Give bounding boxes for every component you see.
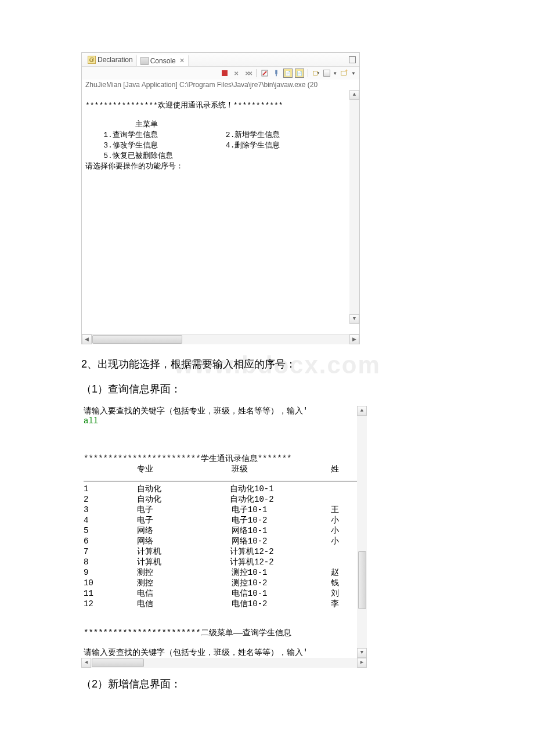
scroll-right-icon[interactable]: ▶ bbox=[357, 658, 367, 668]
menu-item-5: 5.恢复已被删除信息 bbox=[103, 152, 173, 160]
table-row: 5 网络 网络10-1 小 bbox=[84, 526, 339, 535]
welcome-line: ****************欢迎使用通讯录系统！*********** bbox=[85, 101, 283, 110]
console-icon bbox=[140, 57, 149, 65]
col-name: 姓 bbox=[331, 465, 339, 474]
horizontal-scrollbar[interactable]: ◀ ▶ bbox=[81, 658, 367, 668]
scroll-track[interactable] bbox=[91, 658, 357, 668]
word-wrap-icon[interactable]: 📄 bbox=[295, 69, 304, 78]
scroll-thumb[interactable] bbox=[92, 335, 182, 344]
dropdown-arrow-icon[interactable]: ▼ bbox=[333, 71, 337, 76]
declaration-icon: @ bbox=[88, 56, 96, 64]
remove-launch-button[interactable]: ✕ bbox=[232, 69, 241, 78]
menu-item-2: 2.新增学生信息 bbox=[226, 131, 280, 139]
clear-icon[interactable] bbox=[260, 69, 269, 78]
menu-item-4: 4.删除学生信息 bbox=[226, 141, 280, 150]
query-results-panel: 请输入要查找的关键字（包括专业，班级，姓名等等），输入' all *******… bbox=[81, 406, 367, 668]
tab-declaration[interactable]: @ Declaration bbox=[84, 55, 136, 65]
console-toolbar: ✕ ✕✕ 📄 📄 ▼ + ▼ bbox=[82, 67, 359, 80]
table-row: 1 自动化 自动化10-1 bbox=[84, 484, 274, 494]
table-row: 9 测控 测控10-1 赵 bbox=[84, 568, 339, 577]
menu-prompt: 请选择你要操作的功能序号： bbox=[85, 162, 183, 171]
scroll-lock-icon[interactable]: 📄 bbox=[283, 69, 293, 78]
dropdown-arrow-icon[interactable]: ▼ bbox=[351, 71, 356, 76]
pin-icon[interactable] bbox=[272, 69, 281, 78]
scroll-track[interactable] bbox=[92, 334, 349, 344]
separator bbox=[308, 69, 308, 77]
scroll-up-icon[interactable]: ▲ bbox=[357, 406, 367, 416]
info-header: ************************学生通讯录信息******* bbox=[84, 454, 291, 463]
table-row: 10 测控 测控10-2 钱 bbox=[84, 578, 339, 588]
tab-label: Console bbox=[150, 57, 176, 65]
col-class: 班级 bbox=[232, 465, 248, 474]
svg-text:+: + bbox=[345, 69, 348, 73]
scroll-left-icon[interactable]: ◀ bbox=[82, 334, 92, 344]
remove-all-button[interactable]: ✕✕ bbox=[243, 69, 252, 78]
doc-substep-2: （2）新增信息界面： bbox=[81, 676, 453, 693]
table-row: 2 自动化 自动化10-2 bbox=[84, 495, 274, 504]
menu-item-1: 1.查询学生信息 bbox=[103, 131, 158, 139]
col-major: 专业 bbox=[137, 465, 153, 474]
table-row: 11 电信 电信10-1 刘 bbox=[84, 589, 339, 598]
terminate-button[interactable] bbox=[220, 69, 229, 78]
console-output[interactable]: ****************欢迎使用通讯录系统！*********** 主菜… bbox=[82, 90, 359, 334]
scroll-up-icon[interactable]: ▲ bbox=[349, 90, 359, 100]
svg-rect-4 bbox=[313, 71, 317, 75]
tab-label: Declaration bbox=[98, 56, 133, 64]
horizontal-scrollbar[interactable]: ◀ ▶ bbox=[82, 334, 359, 344]
table-row: 6 网络 网络10-2 小 bbox=[84, 537, 339, 546]
query-prompt-2: 请输入要查找的关键字（包括专业，班级，姓名等等），输入' bbox=[84, 648, 308, 657]
doc-substep-1: （1）查询信息界面： bbox=[81, 381, 453, 398]
table-row: 3 电子 电子10-1 王 bbox=[84, 505, 339, 514]
query-prompt: 请输入要查找的关键字（包括专业，班级，姓名等等），输入' bbox=[84, 406, 308, 416]
scroll-down-icon[interactable]: ▼ bbox=[357, 648, 367, 658]
menu-title: 主菜单 bbox=[135, 120, 158, 129]
table-row: 12 电信 电信10-2 李 bbox=[84, 599, 339, 609]
svg-line-1 bbox=[263, 71, 266, 75]
sub-menu-header: ************************二级菜单——查询学生信息 bbox=[84, 628, 291, 638]
table-row: 4 电子 电子10-2 小 bbox=[84, 516, 339, 525]
display-selected-icon[interactable] bbox=[312, 69, 321, 78]
scroll-right-icon[interactable]: ▶ bbox=[349, 334, 359, 344]
scroll-down-icon[interactable]: ▼ bbox=[349, 314, 359, 324]
scroll-track[interactable] bbox=[349, 100, 359, 314]
table-row: 8 计算机 计算机12-2 bbox=[84, 557, 274, 567]
open-console-icon[interactable]: + bbox=[340, 69, 349, 78]
doc-step-2: 2、出现功能选择，根据需要输入相应的序号： bbox=[81, 356, 453, 373]
svg-rect-2 bbox=[275, 70, 277, 74]
query-input: all bbox=[84, 416, 98, 426]
console-select-icon[interactable] bbox=[323, 70, 330, 77]
scroll-thumb[interactable] bbox=[358, 551, 366, 609]
tab-bar: @ Declaration Console ✕ bbox=[82, 53, 359, 67]
vertical-scrollbar[interactable]: ▲ ▼ bbox=[349, 90, 359, 324]
eclipse-console-panel: @ Declaration Console ✕ ✕ ✕✕ 📄 📄 ▼ + bbox=[81, 52, 360, 344]
close-icon[interactable]: ✕ bbox=[179, 57, 185, 64]
tab-console[interactable]: Console ✕ bbox=[136, 55, 189, 66]
menu-item-3: 3.修改学生信息 bbox=[103, 141, 158, 150]
scroll-left-icon[interactable]: ◀ bbox=[81, 658, 91, 668]
console-process-info: ZhuJieMian [Java Application] C:\Program… bbox=[82, 80, 359, 90]
restore-icon[interactable] bbox=[349, 56, 356, 63]
separator bbox=[256, 69, 257, 77]
table-row: 7 计算机 计算机12-2 bbox=[84, 547, 274, 556]
scroll-thumb[interactable] bbox=[92, 658, 144, 667]
vertical-scrollbar[interactable]: ▲ ▼ bbox=[357, 406, 367, 658]
query-output[interactable]: 请输入要查找的关键字（包括专业，班级，姓名等等），输入' all *******… bbox=[81, 406, 367, 658]
